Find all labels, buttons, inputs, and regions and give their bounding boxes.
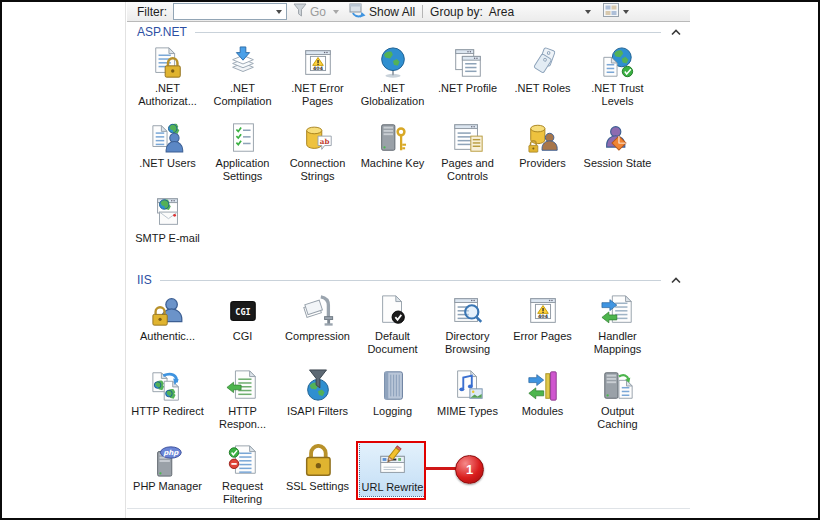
filter-combobox[interactable]: [173, 3, 287, 20]
feature-machine-key[interactable]: Machine Key: [355, 119, 430, 191]
document-green-arrow-icon: [205, 368, 280, 404]
feature-output-caching[interactable]: Output Caching: [580, 367, 655, 439]
feature-ssl-settings[interactable]: SSL Settings: [280, 442, 355, 514]
globe-funnel-icon: [280, 368, 355, 404]
person-document-icon: [130, 120, 205, 156]
feature-label: .NET Roles: [505, 82, 580, 95]
feature-label: Request Filtering: [205, 480, 280, 506]
collapse-chevron-icon[interactable]: [670, 277, 682, 284]
feature-label: HTTP Redirect: [130, 405, 205, 418]
feature-net-globalization[interactable]: .NET Globalization: [355, 44, 430, 116]
feature-label: HTTP Respon...: [205, 405, 280, 431]
feature-label: Pages and Controls: [430, 157, 505, 183]
toolbar-separator: [422, 5, 423, 18]
feature-row: phpPHP ManagerRequest FilteringSSL Setti…: [130, 442, 655, 514]
documents-redirect-arrow-icon: [130, 368, 205, 404]
collapse-chevron-icon[interactable]: [670, 29, 682, 36]
section-title: IIS: [137, 273, 152, 287]
feature-directory-browsing[interactable]: Directory Browsing: [430, 292, 505, 364]
feature-application-settings[interactable]: Application Settings: [205, 119, 280, 191]
feature-request-filtering[interactable]: Request Filtering: [205, 442, 280, 514]
feature-label: Providers: [505, 157, 580, 170]
window-form-icon: [430, 120, 505, 156]
feature-label: Connection Strings: [280, 157, 355, 183]
feature-label: .NET Authorizat...: [130, 82, 205, 108]
feature-net-trust-levels[interactable]: .NET Trust Levels: [580, 44, 655, 116]
window-404-icon: 404: [505, 293, 580, 329]
feature-label: Application Settings: [205, 157, 280, 183]
document-black-check-icon: [355, 293, 430, 329]
show-all-button[interactable]: Show All: [349, 2, 415, 21]
feature-php-manager[interactable]: phpPHP Manager: [130, 442, 205, 514]
feature-label: ISAPI Filters: [280, 405, 355, 418]
feature-pages-and-controls[interactable]: Pages and Controls: [430, 119, 505, 191]
feature-mime-types[interactable]: MIME Types: [430, 367, 505, 439]
feature-error-pages[interactable]: 404Error Pages: [505, 292, 580, 364]
feature-label: Handler Mappings: [580, 330, 655, 356]
svg-text:CGI: CGI: [235, 307, 250, 317]
clamp-icon: [280, 293, 355, 329]
views-dropdown-arrow-icon[interactable]: [623, 10, 629, 14]
funnel-icon: [293, 3, 307, 20]
feature-net-users[interactable]: .NET Users: [130, 119, 205, 191]
callout-badge: 1: [455, 455, 484, 484]
feature-logging[interactable]: Logging: [355, 367, 430, 439]
feature-isapi-filters[interactable]: ISAPI Filters: [280, 367, 355, 439]
group-by-dropdown-arrow-icon[interactable]: [585, 10, 591, 14]
features-toolbar: Filter: Go Show All Group by: Area: [127, 2, 690, 22]
feature-net-roles[interactable]: .NET Roles: [505, 44, 580, 116]
feature-row: .NET Authorizat....NET Compilation404.NE…: [130, 44, 655, 116]
section-header-iis: IIS: [137, 272, 682, 288]
feature-label: .NET Compilation: [205, 82, 280, 108]
feature-label: Default Document: [355, 330, 430, 356]
callout-connector-line: [425, 467, 456, 470]
feature-label: Session State: [580, 157, 655, 170]
feature-row: SMTP E-mail: [130, 194, 655, 266]
tags-icon: [505, 45, 580, 81]
server-php-icon: php: [130, 443, 205, 479]
globe-icon: [355, 45, 430, 81]
feature-label: Output Caching: [580, 405, 655, 431]
feature-net-compilation[interactable]: .NET Compilation: [205, 44, 280, 116]
feature-http-respon[interactable]: HTTP Respon...: [205, 367, 280, 439]
feature-label: .NET Trust Levels: [580, 82, 655, 108]
feature-net-profile[interactable]: .NET Profile: [430, 44, 505, 116]
group-by-value[interactable]: Area: [489, 5, 581, 19]
feature-connection-strings[interactable]: abConnection Strings: [280, 119, 355, 191]
svg-text:php: php: [163, 448, 179, 457]
feature-http-redirect[interactable]: HTTP Redirect: [130, 367, 205, 439]
person-envelope-icon: [580, 120, 655, 156]
feature-label: .NET Profile: [430, 82, 505, 95]
feature-label: Machine Key: [355, 157, 430, 170]
features-panel: Filter: Go Show All Group by: Area ASP.N…: [127, 2, 690, 518]
feature-net-authorizat[interactable]: .NET Authorizat...: [130, 44, 205, 116]
database-ab-icon: ab: [280, 120, 355, 156]
group-by-label: Group by:: [430, 5, 483, 19]
window-magnifier-icon: [430, 293, 505, 329]
feature-label: MIME Types: [430, 405, 505, 418]
feature-smtp-e-mail[interactable]: SMTP E-mail: [130, 194, 205, 266]
views-grid-icon: [603, 3, 619, 20]
feature-label: .NET Globalization: [355, 82, 430, 108]
feature-compression[interactable]: Compression: [280, 292, 355, 364]
feature-label: CGI: [205, 330, 280, 343]
views-button[interactable]: [603, 3, 633, 20]
feature-url-rewrite[interactable]: URL Rewrite: [355, 442, 430, 514]
feature-label: Error Pages: [505, 330, 580, 343]
go-button[interactable]: Go: [293, 3, 343, 20]
feature-providers[interactable]: Providers: [505, 119, 580, 191]
filter-input[interactable]: [178, 5, 272, 19]
feature-modules[interactable]: Modules: [505, 367, 580, 439]
feature-row: Authentic...CGICGICompressionDefault Doc…: [130, 292, 655, 364]
feature-handler-mappings[interactable]: Handler Mappings: [580, 292, 655, 364]
feature-default-document[interactable]: Default Document: [355, 292, 430, 364]
documents-icon: [430, 45, 505, 81]
feature-session-state[interactable]: Session State: [580, 119, 655, 191]
feature-authentic[interactable]: Authentic...: [130, 292, 205, 364]
feature-label: SSL Settings: [280, 480, 355, 493]
filter-dropdown-arrow-icon[interactable]: [276, 10, 282, 14]
feature-label: Modules: [505, 405, 580, 418]
go-dropdown-arrow-icon[interactable]: [333, 10, 339, 14]
feature-net-error-pages[interactable]: 404.NET Error Pages: [280, 44, 355, 116]
feature-cgi[interactable]: CGICGI: [205, 292, 280, 364]
